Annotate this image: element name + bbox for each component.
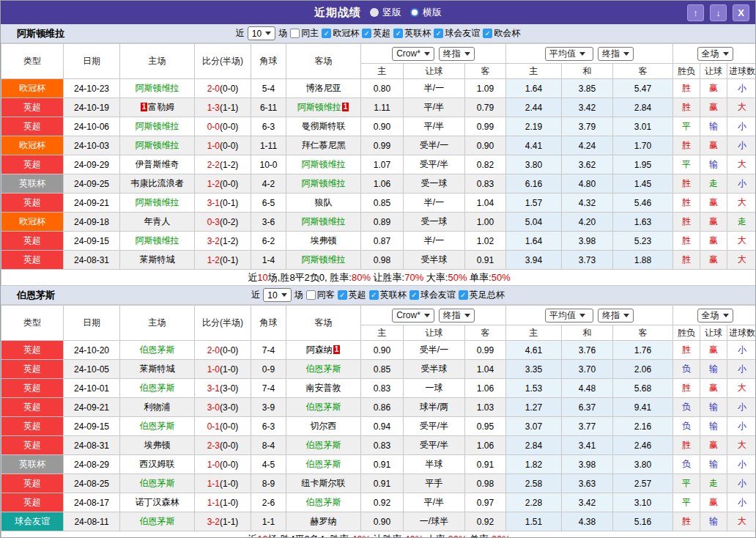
radio-vertical-layout[interactable]: 竖版 [370,6,401,19]
avg-odds-cell: 3.62 [562,155,613,174]
summary-text-part: 10 [257,534,267,538]
avg-odds-cell: 9.41 [613,398,673,417]
close-button[interactable]: X [733,4,749,21]
league-checkbox[interactable]: ✓英联杯 [369,289,407,301]
fulltime-score: 1-2 [207,179,220,189]
result-winloss-cell: 负 [673,398,700,417]
match-row: 球会友谊24-08-11伯恩茅斯3-2(1-1)1-1赫罗纳0.90一/球半0.… [1,512,756,531]
title-group: 近期战绩 竖版 横版 [1,6,755,20]
scope-select[interactable]: 全场 [697,309,733,323]
same-away-label: 同客 [317,289,335,301]
avg-final-select[interactable]: 终指 [598,309,634,323]
move-up-button[interactable]: ↑ [687,4,704,21]
league-type-badge: 欧冠杯 [1,136,64,155]
scope-select[interactable]: 全场 [697,47,733,61]
odds-final-select[interactable]: 终指 [439,47,475,61]
move-down-button[interactable]: ↓ [710,4,727,21]
date-cell: 24-08-25 [64,474,120,493]
avg-odds-cell: 2.44 [506,98,562,117]
team-label: 阿斯顿维拉 [136,140,179,150]
league-checkbox[interactable]: ✓英超 [362,27,390,40]
col-odds-home: 主 [361,64,404,79]
league-checkbox[interactable]: ✓欧冠杯 [322,27,359,40]
avg-odds-cell: 4.38 [562,512,613,531]
avg-odds-cell: 2.46 [613,436,673,455]
col-odds-handicap: 让球 [404,325,465,341]
league-type-badge: 英超 [1,360,64,379]
col-odds-away: 客 [465,325,506,341]
odds-final-select[interactable]: 终指 [439,309,475,323]
chevron-down-icon [464,52,470,56]
odds-cell: 0.85 [361,360,404,379]
score-cell: 0-1(0-0) [195,417,251,436]
result-goals-cell: 大 [727,194,756,213]
halftime-score: (1-0) [220,479,238,489]
odds-company-select[interactable]: Crow* [392,309,434,323]
result-goals-cell: 小 [727,398,756,417]
score-cell: 2-2(1-2) [195,155,251,174]
league-checkbox[interactable]: ✓英联杯 [393,27,431,40]
avg-final-select[interactable]: 终指 [598,47,634,61]
same-home-checkbox[interactable]: 同主 [290,27,319,40]
col-score: 比分(半场) [195,44,251,79]
handicap-cell: 平手 [404,474,465,493]
window-buttons: ↑ ↓ X [687,4,749,21]
checkbox-unchecked-icon [306,290,316,300]
league-type-badge: 英超 [1,117,64,136]
avg-select[interactable]: 平均值 [545,309,593,323]
odds-control-cell: Crow* 终指 [361,306,506,325]
league-checkbox[interactable]: ✓球会友谊 [410,289,456,301]
avg-odds-cell: 1.45 [613,174,673,194]
rounds-select[interactable]: 10 [248,26,275,40]
team-cell: 西汉姆联 [120,455,195,474]
odds-cell: 0.95 [465,417,506,436]
halftime-score: (0-0) [220,441,238,451]
halftime-score: (3-0) [220,402,238,413]
team-label: 阿斯顿维拉 [302,159,346,169]
result-winloss-cell: 负 [673,360,700,379]
league-type-badge: 英超 [1,155,64,174]
same-away-checkbox[interactable]: 同客 [306,289,335,301]
result-handicap-cell: 赢 [700,341,727,360]
result-goals-cell: 大 [727,512,756,531]
date-cell: 24-10-05 [64,360,120,379]
match-row: 英联杯24-08-29西汉姆联1-0(0-0)4-5伯恩茅斯0.91半球0.91… [1,455,756,474]
team-cell: 年青人 [120,213,195,232]
date-cell: 24-09-21 [64,398,120,417]
radio-horizontal-layout[interactable]: 横版 [410,6,442,19]
result-winloss-cell: 胜 [673,512,700,531]
team-label: 阿斯顿维拉 [136,235,179,246]
odds-company-select[interactable]: Crow* [392,47,434,61]
corner-cell: 7-4 [251,379,286,398]
chevron-down-icon [281,293,287,297]
match-row: 英超24-09-15伯恩茅斯0-1(0-0)6-3切尔西0.94受平/半0.95… [1,417,756,436]
odds-cell: 1.02 [465,232,506,251]
league-label: 球会友谊 [445,27,480,40]
avg-select[interactable]: 平均值 [545,47,593,61]
avg-odds-cell: 3.76 [562,341,613,360]
rounds-select[interactable]: 10 [263,288,291,302]
league-checkbox[interactable]: ✓球会友谊 [434,27,480,40]
team-label: 阿森纳 [306,344,333,355]
recent-results-window: 近期战绩 竖版 横版 ↑ ↓ X 阿斯顿维拉 近 10 场 [0,0,756,538]
league-checkbox[interactable]: ✓英超 [338,289,366,301]
league-checkbox[interactable]: ✓欧会杯 [483,27,520,40]
corner-cell: 8-4 [251,436,286,455]
result-winloss-cell: 胜 [673,98,700,117]
avg-odds-cell: 1.57 [506,194,562,213]
result-handicap-cell: 输 [700,455,727,474]
col-away: 客场 [286,306,361,341]
avg-odds-cell: 5.47 [613,79,673,98]
odds-final-value: 终指 [443,309,461,322]
chevron-down-icon [723,52,729,56]
col-result-handicap: 让球 [700,325,727,341]
avg-odds-cell: 3.94 [506,251,562,270]
halftime-score: (0-2) [220,217,238,227]
league-checkbox[interactable]: ✓英足总杯 [459,289,505,301]
col-odds-handicap: 让球 [404,64,465,79]
league-type-badge: 英超 [1,436,64,455]
col-score: 比分(半场) [195,306,251,341]
summary-text-part: 10 [257,272,267,283]
odds-cell: 0.92 [361,493,404,512]
fulltime-score: 2-0 [207,345,220,355]
